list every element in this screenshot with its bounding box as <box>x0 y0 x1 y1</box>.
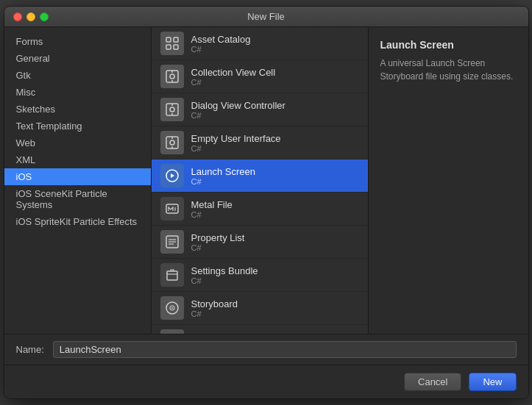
svg-rect-1 <box>174 37 178 42</box>
eye-icon <box>160 98 184 121</box>
m-badge-icon <box>160 197 184 221</box>
file-item-storyboard[interactable]: StoryboardC# <box>152 292 368 325</box>
titlebar: New File <box>4 7 528 27</box>
file-type: C# <box>191 210 233 219</box>
sidebar-item-sketches[interactable]: Sketches <box>4 101 151 118</box>
file-name: Empty User Interface <box>191 133 281 144</box>
sidebar: FormsGeneralGtkMiscSketchesText Templati… <box>4 27 152 334</box>
file-item-asset-catalog[interactable]: Asset CatalogC# <box>152 27 368 60</box>
eye-icon <box>160 131 184 154</box>
file-item-table-view-cell[interactable]: Table View CellC# <box>152 325 368 334</box>
file-item-launch-screen[interactable]: Launch ScreenC# <box>152 160 368 193</box>
list-icon <box>160 230 184 254</box>
eye-icon <box>160 65 184 88</box>
new-button[interactable]: New <box>469 373 516 391</box>
name-input[interactable] <box>53 341 517 358</box>
svg-point-26 <box>171 307 173 309</box>
file-info: Empty User InterfaceC# <box>191 133 281 153</box>
sidebar-item-misc[interactable]: Misc <box>4 84 151 101</box>
file-info: StoryboardC# <box>191 298 238 318</box>
box-icon <box>160 263 184 287</box>
new-file-dialog: New File FormsGeneralGtkMiscSketchesText… <box>4 6 529 399</box>
file-type: C# <box>191 177 255 186</box>
sidebar-item-general[interactable]: General <box>4 50 151 67</box>
cancel-button[interactable]: Cancel <box>404 373 461 391</box>
file-type: C# <box>191 276 258 285</box>
file-item-collection-view-cell[interactable]: Collection View CellC# <box>152 60 368 93</box>
svg-point-9 <box>170 107 174 112</box>
file-item-property-list[interactable]: Property ListC# <box>152 226 368 259</box>
svg-rect-17 <box>166 204 178 213</box>
file-type: C# <box>191 243 245 252</box>
file-name: Settings Bundle <box>191 265 258 276</box>
svg-rect-3 <box>174 45 178 49</box>
sidebar-item-ios-scenekit[interactable]: iOS SceneKit Particle Systems <box>4 185 151 213</box>
file-item-dialog-view-controller[interactable]: Dialog View ControllerC# <box>152 93 368 126</box>
svg-rect-0 <box>166 37 171 42</box>
file-info: Collection View CellC# <box>191 67 276 87</box>
sidebar-item-web[interactable]: Web <box>4 135 151 151</box>
file-info: Settings BundleC# <box>191 265 258 285</box>
svg-point-5 <box>170 74 174 79</box>
file-name: Collection View Cell <box>191 67 276 78</box>
traffic-lights <box>13 12 49 21</box>
file-info: Property ListC# <box>191 232 245 252</box>
eye-circle-icon <box>160 296 184 320</box>
buttons-row: Cancel New <box>4 365 528 398</box>
file-name: Metal File <box>191 199 233 210</box>
sidebar-item-ios-spritekit[interactable]: iOS SpriteKit Particle Effects <box>4 213 151 230</box>
file-name: Storyboard <box>191 298 238 309</box>
detail-title: Launch Screen <box>380 39 517 51</box>
file-item-settings-bundle[interactable]: Settings BundleC# <box>152 259 368 292</box>
minimize-button[interactable] <box>26 12 35 21</box>
svg-point-13 <box>170 140 174 145</box>
file-name: Launch Screen <box>191 166 255 177</box>
file-name: Asset Catalog <box>191 34 251 45</box>
file-type: C# <box>191 45 251 54</box>
file-item-metal-file[interactable]: Metal FileC# <box>152 193 368 226</box>
file-item-empty-user-interface[interactable]: Empty User InterfaceC# <box>152 126 368 160</box>
svg-rect-2 <box>166 45 171 49</box>
sidebar-item-text-templating[interactable]: Text Templating <box>4 118 151 135</box>
file-type: C# <box>191 78 276 87</box>
sidebar-item-forms[interactable]: Forms <box>4 33 151 50</box>
play-circle-icon <box>160 164 184 187</box>
file-info: Metal FileC# <box>191 199 233 219</box>
maximize-button[interactable] <box>40 12 49 21</box>
file-info: Dialog View ControllerC# <box>191 100 285 120</box>
file-list: Asset CatalogC# Collection View CellC# D… <box>152 27 369 334</box>
file-name: Property List <box>191 232 245 243</box>
sidebar-item-gtk[interactable]: Gtk <box>4 67 151 84</box>
close-button[interactable] <box>13 12 22 21</box>
file-name: Dialog View Controller <box>191 100 285 111</box>
sidebar-item-ios[interactable]: iOS <box>4 168 151 185</box>
detail-panel: Launch Screen A universal Launch Screen … <box>369 27 528 334</box>
name-bar: Name: <box>4 334 528 365</box>
grid-icon <box>160 32 184 55</box>
file-type: C# <box>191 111 285 120</box>
main-content: FormsGeneralGtkMiscSketchesText Templati… <box>4 27 528 334</box>
svg-rect-23 <box>167 271 177 280</box>
file-type: C# <box>191 309 238 318</box>
detail-description: A universal Launch Screen Storyboard fil… <box>380 57 517 83</box>
window-title: New File <box>247 11 285 22</box>
sidebar-item-xml[interactable]: XML <box>4 151 151 168</box>
file-info: Asset CatalogC# <box>191 34 251 54</box>
file-type: C# <box>191 144 281 153</box>
name-label: Name: <box>16 344 44 355</box>
file-info: Launch ScreenC# <box>191 166 255 186</box>
